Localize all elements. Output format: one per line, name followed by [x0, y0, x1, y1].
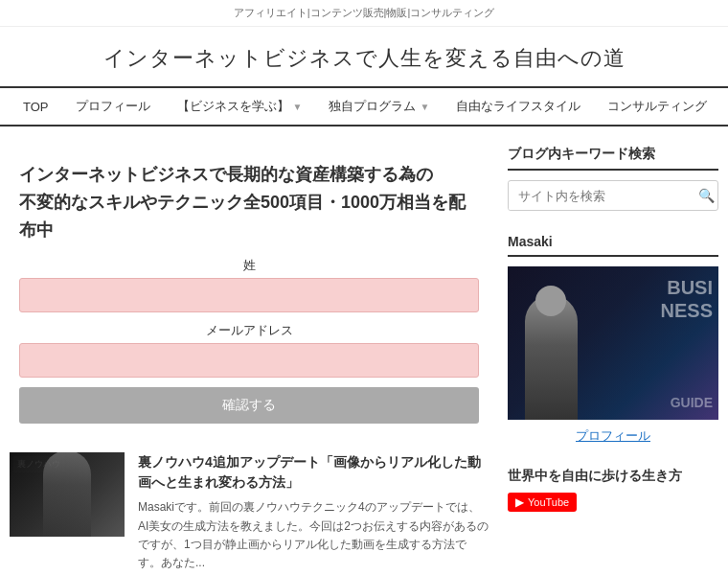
- article-item: 裏ノウハウ 裏ノウハウ4追加アップデート「画像からリアル化した動画へと生まれ変わ…: [10, 452, 489, 575]
- nav-consulting[interactable]: コンサルティング: [594, 88, 720, 125]
- nav-program[interactable]: 独自プログラム▼: [315, 88, 443, 125]
- hero-heading: インターネットビジネスで長期的な資産構築する為の不変的なスキルやテクニック全50…: [19, 161, 479, 243]
- last-name-label: 姓: [19, 257, 479, 274]
- article-excerpt: Masakiです。前回の裏ノウハウテクニック4のアップデートでは、AI美女の生成…: [138, 498, 489, 572]
- top-bar-text: アフィリエイト|コンテンツ販売|物販|コンサルティング: [234, 7, 495, 18]
- article-body: 裏ノウハウ4追加アップデート「画像からリアル化した動画へと生まれ変わる方法」 M…: [138, 452, 489, 575]
- youtube-icon: ▶: [515, 495, 524, 509]
- article-thumbnail: 裏ノウハウ: [10, 452, 125, 537]
- chevron-down-icon: ▼: [420, 102, 429, 112]
- youtube-badge[interactable]: ▶ YouTube: [508, 493, 577, 512]
- last-name-input[interactable]: [19, 278, 479, 312]
- hero-section: インターネットビジネスで長期的な資産構築する為の不変的なスキルやテクニック全50…: [10, 146, 489, 433]
- search-box: 🔍: [508, 180, 718, 211]
- search-section: ブログ内キーワード検索 🔍: [508, 146, 718, 211]
- free-section: 世界中を自由に歩ける生き方 ▶ YouTube: [508, 468, 718, 512]
- last-name-field-group: 姓: [19, 257, 479, 312]
- site-title: インターネットビジネスで人生を変える自由への道: [0, 27, 728, 86]
- nav-top[interactable]: TOP: [10, 90, 62, 124]
- chevron-down-icon: ▼: [293, 102, 303, 112]
- confirm-button[interactable]: 確認する: [19, 387, 479, 424]
- top-bar: アフィリエイト|コンテンツ販売|物販|コンサルティング: [0, 0, 728, 27]
- main-nav: TOP プロフィール 【ビジネスを学ぶ】▼ 独自プログラム▼ 自由なライフスタイ…: [0, 86, 728, 126]
- sidebar: ブログ内キーワード検索 🔍 Masaki BUSINESS GUIDE プロフィ…: [508, 146, 718, 575]
- profile-title: Masaki: [508, 234, 718, 257]
- email-input[interactable]: [19, 343, 479, 378]
- search-icon[interactable]: 🔍: [689, 181, 718, 210]
- profile-image-box: BUSINESS GUIDE: [508, 266, 718, 420]
- profile-section: Masaki BUSINESS GUIDE プロフィール: [508, 234, 718, 445]
- page-layout: インターネットビジネスで長期的な資産構築する為の不変的なスキルやテクニック全50…: [0, 126, 728, 575]
- nav-lifestyle[interactable]: 自由なライフスタイル: [443, 88, 594, 125]
- nav-profile[interactable]: プロフィール: [62, 88, 164, 125]
- profile-link[interactable]: プロフィール: [508, 427, 718, 445]
- nav-learn[interactable]: 【ビジネスを学ぶ】▼: [164, 88, 316, 125]
- nav-youtube[interactable]: ▶ YouTube ▼: [720, 89, 728, 124]
- search-section-title: ブログ内キーワード検索: [508, 146, 718, 171]
- main-content: インターネットビジネスで長期的な資産構築する為の不変的なスキルやテクニック全50…: [10, 146, 508, 575]
- email-field-group: メールアドレス: [19, 322, 479, 378]
- email-label: メールアドレス: [19, 322, 479, 339]
- free-section-title: 世界中を自由に歩ける生き方: [508, 468, 718, 485]
- search-input[interactable]: [509, 182, 689, 210]
- articles-list: 裏ノウハウ 裏ノウハウ4追加アップデート「画像からリアル化した動画へと生まれ変わ…: [10, 452, 489, 575]
- article-title[interactable]: 裏ノウハウ4追加アップデート「画像からリアル化した動画へと生まれ変わる方法」: [138, 452, 489, 493]
